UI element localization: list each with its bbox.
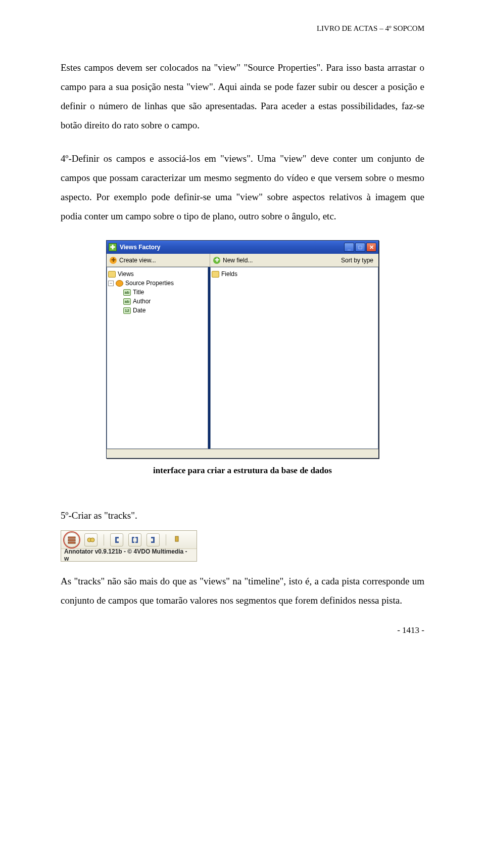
svg-rect-17 — [175, 536, 178, 541]
field-icon: ab — [123, 298, 131, 305]
svg-rect-16 — [151, 541, 155, 543]
tree-leaf-title[interactable]: ab Title — [108, 288, 207, 297]
properties-icon — [116, 280, 123, 287]
field-icon: ab — [123, 289, 131, 296]
tracks-icon — [68, 536, 76, 544]
bracket-pair-icon — [131, 536, 139, 544]
figure-views-factory: ✚ Views Factory _ □ ✕ ✚ Create view... ✚… — [61, 240, 424, 459]
svg-rect-2 — [68, 542, 75, 543]
svg-rect-6 — [115, 537, 119, 538]
toolbar-button-5[interactable] — [147, 533, 160, 546]
sort-by-type-button[interactable]: Sort by type — [341, 257, 373, 264]
collapse-icon[interactable]: − — [108, 281, 114, 286]
views-factory-window: ✚ Views Factory _ □ ✕ ✚ Create view... ✚… — [106, 240, 379, 459]
close-button[interactable]: ✕ — [366, 243, 376, 252]
svg-rect-10 — [132, 541, 134, 543]
toolbar-button-3[interactable] — [110, 533, 123, 546]
tree-leaf-label: Author — [133, 298, 151, 305]
svg-rect-13 — [135, 541, 138, 543]
toolbar-button-4[interactable] — [128, 533, 141, 546]
tree-root-label: Fields — [221, 270, 237, 278]
create-view-button[interactable]: Create view... — [119, 257, 156, 264]
minimize-button[interactable]: _ — [344, 243, 354, 252]
folder-icon — [212, 271, 219, 278]
svg-rect-9 — [132, 537, 134, 538]
toolbar-button-6[interactable] — [172, 533, 181, 546]
bracket-left-icon — [113, 536, 121, 544]
paragraph-1: Estes campos devem ser colocados na "vie… — [61, 58, 424, 135]
toolbar: ✚ Create view... ✚ New field... Sort by … — [107, 254, 378, 267]
svg-rect-15 — [151, 537, 155, 538]
fields-pane[interactable]: Fields — [210, 267, 378, 449]
tree-node-source-properties[interactable]: − Source Properties — [108, 279, 207, 288]
svg-rect-1 — [68, 539, 75, 541]
figure-annotator-toolbar: Annotator v0.9.121b - © 4VDO Multimedia … — [61, 530, 424, 562]
toolbar-button-2[interactable] — [84, 533, 98, 546]
bracket-right-icon — [149, 536, 157, 544]
maximize-button[interactable]: □ — [355, 243, 365, 252]
svg-rect-12 — [135, 537, 138, 538]
marker-icon — [174, 536, 180, 544]
create-view-icon: ✚ — [110, 257, 117, 264]
tree-leaf-author[interactable]: ab Author — [108, 297, 207, 306]
app-icon: ✚ — [109, 243, 117, 251]
tree-root-views[interactable]: Views — [108, 269, 207, 279]
circles-icon — [87, 536, 95, 544]
figure-caption: interface para criar a estrutura da base… — [61, 466, 424, 476]
svg-point-4 — [90, 538, 94, 542]
toolbar-separator — [104, 534, 104, 545]
paragraph-3: 5º-Criar as "tracks". — [61, 506, 424, 525]
paragraph-2: 4º-Definir os campos e associá-los em "v… — [61, 149, 424, 226]
views-pane[interactable]: Views − Source Properties ab Title — [107, 267, 208, 449]
page-number: - 1413 - — [61, 625, 424, 635]
new-field-button[interactable]: New field... — [223, 257, 253, 264]
annotator-toolbar: Annotator v0.9.121b - © 4VDO Multimedia … — [61, 530, 197, 562]
annotator-caption: Annotator v0.9.121b - © 4VDO Multimedia … — [61, 549, 197, 561]
field-icon: 12 — [123, 307, 131, 314]
tracks-button[interactable] — [64, 532, 79, 547]
window-titlebar[interactable]: ✚ Views Factory _ □ ✕ — [107, 241, 378, 254]
new-field-icon: ✚ — [213, 257, 220, 264]
svg-rect-7 — [115, 541, 119, 543]
svg-rect-0 — [68, 537, 75, 538]
paragraph-4: As "tracks" não são mais do que as "view… — [61, 572, 424, 610]
tree-node-label: Source Properties — [125, 280, 174, 287]
tree-root-label: Views — [118, 270, 134, 278]
tree-leaf-label: Title — [133, 289, 144, 296]
tree-leaf-label: Date — [133, 307, 146, 314]
folder-icon — [108, 271, 116, 278]
tree-root-fields[interactable]: Fields — [212, 269, 377, 279]
tree-leaf-date[interactable]: 12 Date — [108, 306, 207, 315]
window-title: Views Factory — [120, 244, 344, 251]
window-statusbar — [107, 449, 378, 458]
toolbar-separator — [166, 534, 166, 545]
page-header: LIVRO DE ACTAS – 4º SOPCOM — [61, 24, 424, 33]
